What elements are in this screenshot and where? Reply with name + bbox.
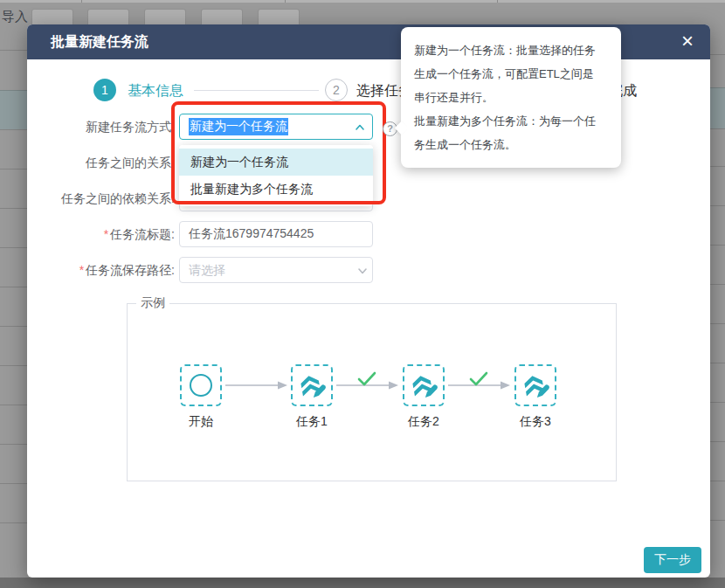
dialog-title: 批量新建任务流 xyxy=(51,24,148,59)
backdrop-row-line xyxy=(0,326,27,327)
path-label: *任务流保存路径: xyxy=(27,257,175,283)
backdrop-row-line xyxy=(0,365,27,366)
chevron-up-icon xyxy=(355,122,365,133)
backdrop-row-line xyxy=(710,323,725,324)
screen: 导入 批量新建任务流 × 1 基本信息 2 选择任务 3 xyxy=(0,0,725,588)
flow-node-task3 xyxy=(514,364,556,406)
method-label: 新建任务流方式: xyxy=(27,114,175,140)
backdrop-divider xyxy=(285,0,286,3)
backdrop-row-line xyxy=(0,129,27,130)
backdrop-row-line xyxy=(710,128,725,129)
flow-node-task1-label: 任务1 xyxy=(273,414,350,430)
flow-node-task2-label: 任务2 xyxy=(385,414,462,430)
method-select[interactable]: 新建为一个任务流 xyxy=(179,114,373,140)
help-tooltip: 新建为一个任务流：批量选择的任务 生成一个任务流，可配置ETL之间是 串行还是并… xyxy=(401,27,621,168)
backdrop-row-line xyxy=(0,483,27,484)
title-label-text: 任务流标题: xyxy=(110,227,175,241)
check-icon xyxy=(359,373,375,384)
backdrop-import-button: 导入 xyxy=(2,9,28,25)
backdrop-row-line xyxy=(710,402,725,403)
check-icon xyxy=(471,373,487,384)
backdrop-selected-row xyxy=(710,87,725,128)
dropdown-option-multiple-taskflows[interactable]: 批量新建为多个任务流 xyxy=(179,176,373,203)
task-icon xyxy=(409,371,438,399)
backdrop-row-line xyxy=(710,54,725,55)
task-icon xyxy=(521,371,550,399)
backdrop-row-line xyxy=(710,363,725,363)
backdrop-top-strip xyxy=(0,0,725,3)
backdrop-row-line xyxy=(710,481,725,481)
backdrop-row-line xyxy=(0,405,27,405)
start-circle-icon xyxy=(190,374,212,397)
required-mark: * xyxy=(104,227,108,241)
backdrop-divider xyxy=(81,0,82,3)
backdrop-row-line xyxy=(710,520,725,521)
backdrop-row-line xyxy=(710,441,725,442)
backdrop-row-line xyxy=(710,245,725,246)
flow-node-start-label: 开始 xyxy=(162,414,239,430)
method-selected-value: 新建为一个任务流 xyxy=(189,118,288,135)
flow-arrow xyxy=(224,370,289,393)
backdrop-row-line xyxy=(0,522,27,523)
backdrop-row-line xyxy=(0,50,27,51)
backdrop-row-line xyxy=(710,205,725,206)
dependency-label: 任务之间的依赖关系: xyxy=(27,185,175,211)
method-dropdown-panel: 新建为一个任务流 批量新建为多个任务流 xyxy=(179,145,373,206)
chevron-down-icon xyxy=(357,266,368,276)
dropdown-option-single-taskflow[interactable]: 新建为一个任务流 xyxy=(179,149,373,176)
flow-node-task3-label: 任务3 xyxy=(497,414,574,430)
example-legend: 示例 xyxy=(136,295,169,311)
required-mark: * xyxy=(79,263,84,277)
close-icon[interactable]: × xyxy=(675,29,700,53)
backdrop-row-line xyxy=(0,287,27,287)
backdrop-bottom-strip xyxy=(0,578,725,588)
relation-label: 任务之间的关系: xyxy=(27,149,175,176)
flow-arrow-with-check xyxy=(447,370,512,393)
path-select[interactable] xyxy=(179,257,373,283)
title-label: *任务流标题: xyxy=(27,221,175,247)
step-2-circle: 2 xyxy=(325,79,348,101)
backdrop-row-line xyxy=(710,284,725,285)
backdrop-divider xyxy=(497,0,498,3)
flow-node-task1 xyxy=(291,364,333,406)
backdrop-row-line xyxy=(0,444,27,445)
next-step-button[interactable]: 下一步 xyxy=(644,547,701,573)
flow-node-task2 xyxy=(403,364,445,406)
step-1-circle: 1 xyxy=(93,79,116,101)
flow-arrow-with-check xyxy=(335,370,400,393)
step-connector-line xyxy=(194,90,319,91)
flow-node-start xyxy=(180,364,222,406)
backdrop-selected-row xyxy=(0,90,27,129)
path-label-text: 任务流保存路径: xyxy=(86,263,175,277)
backdrop-row-line xyxy=(710,166,725,167)
backdrop-row-line xyxy=(710,87,725,88)
backdrop-row-line xyxy=(0,247,27,248)
step-1-label: 基本信息 xyxy=(128,82,183,100)
task-icon xyxy=(297,371,327,399)
backdrop-row-line xyxy=(0,208,27,209)
backdrop-row-line xyxy=(0,169,27,169)
tooltip-text: 新建为一个任务流：批量选择的任务 生成一个任务流，可配置ETL之间是 串行还是并… xyxy=(414,38,608,156)
backdrop-row-line xyxy=(0,90,27,91)
title-input[interactable] xyxy=(179,221,373,247)
